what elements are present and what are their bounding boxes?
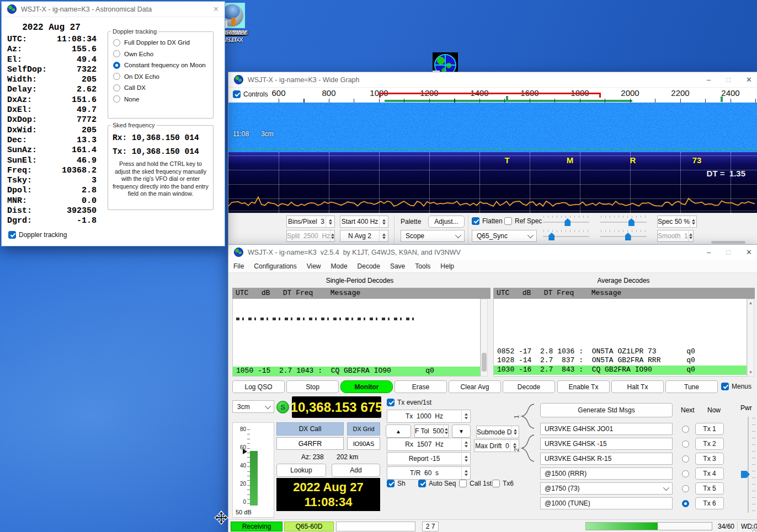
adjust-palette-button[interactable]: Adjust... — [428, 216, 465, 228]
waterfall[interactable]: 11:08 3cm — [228, 103, 757, 152]
tune-button[interactable]: Tune — [665, 380, 718, 393]
ftol-up-button[interactable]: ▲ — [386, 424, 411, 438]
menu-item[interactable]: Tools — [415, 262, 430, 270]
horizontal-scrollbar-thumb[interactable] — [711, 241, 745, 244]
report-spinner[interactable]: Report -15 — [387, 452, 471, 465]
waterfall-gain-slider[interactable] — [542, 214, 590, 227]
close-icon[interactable]: ✕ — [213, 6, 219, 13]
tx-message-field[interactable]: UR3VKE G4HSK JO01 — [540, 423, 673, 435]
close-icon[interactable]: ✕ — [746, 249, 752, 256]
decode-row[interactable]: 0852 -17 2.8 1036 : ON5TA OZ1LPR 73 q0 — [494, 347, 747, 357]
menu-item[interactable]: Configurations — [254, 262, 296, 270]
menu-item[interactable]: Mode — [331, 262, 348, 270]
menu-item[interactable]: Save — [390, 262, 405, 270]
decode-row[interactable]: 1052 -12 2.7 1050 : DL0EF GB2FRA -04 q0 — [233, 376, 480, 377]
start-hz-spinner[interactable]: Start 400 Hz — [340, 216, 388, 228]
single-period-decodes[interactable]: 1050 -15 2.7 1043 : CQ GB2FRA IO90 q0105… — [232, 299, 481, 377]
auto-seq-checkbox[interactable]: Auto Seq — [418, 480, 456, 487]
tx6-checkbox[interactable]: Tx6 — [492, 480, 514, 487]
log-qso-button[interactable]: Log QSO — [232, 380, 285, 393]
generate-std-msgs-button[interactable]: Generate Std Msgs — [540, 403, 673, 417]
doppler-option[interactable]: On DX Echo — [113, 73, 213, 80]
decode-row[interactable]: 1030 -16 2.7 843 : CQ GB2FRA IO90 q0 — [494, 366, 747, 375]
tx-message-field[interactable]: @1500 (RRR) — [540, 467, 673, 480]
doppler-option[interactable]: Call DX — [113, 84, 213, 92]
scrollbar-thumb[interactable] — [482, 353, 487, 372]
spectrum-plot[interactable]: T M R 73 DT = 1.35 — [228, 152, 757, 213]
wide-graph-titlebar[interactable]: WSJT-X - ig-name=K3 - Wide Graph – □ ✕ — [228, 72, 757, 88]
palette-select[interactable]: Scope — [401, 230, 465, 242]
tx-now-button[interactable]: Tx 4 — [695, 467, 724, 480]
dx-call-field[interactable]: G4RFR — [276, 437, 344, 450]
halt-tx-button[interactable]: Halt Tx — [611, 380, 664, 393]
smooth-spinner[interactable]: Smooth 1 — [657, 230, 694, 242]
clear-avg-button[interactable]: Clear Avg — [449, 380, 501, 393]
waterfall-zero-slider[interactable] — [599, 214, 648, 227]
submode-spinner[interactable]: Submode D — [476, 426, 519, 438]
menu-item[interactable]: File — [233, 262, 244, 270]
tr-period-spinner[interactable]: T/R 60 s — [387, 466, 471, 480]
average-decodes[interactable]: 0852 -17 2.8 1036 : ON5TA OZ1LPR 73 q010… — [493, 299, 747, 377]
decode-button[interactable]: Decode — [503, 380, 555, 393]
tx-now-button[interactable]: Tx 2 — [695, 438, 724, 450]
maximize-icon[interactable]: □ — [726, 249, 731, 256]
doppler-tracking-checkbox[interactable]: Doppler tracking — [8, 231, 67, 239]
doppler-option[interactable]: None — [113, 95, 213, 103]
menus-checkbox[interactable]: Menus — [721, 383, 751, 390]
minimize-icon[interactable]: – — [707, 76, 711, 83]
add-button[interactable]: Add — [332, 464, 380, 477]
left-table-scrollbar[interactable] — [481, 299, 488, 377]
stop-button[interactable]: Stop — [286, 380, 339, 393]
decode-row[interactable]: 1050 -15 2.7 1043 : CQ GB2FRA IO90 q0 — [233, 367, 480, 376]
n-avg-spinner[interactable]: N Avg 2 — [340, 230, 388, 242]
enable-tx-button[interactable]: Enable Tx — [557, 380, 610, 393]
menu-item[interactable]: Help — [440, 262, 454, 270]
decode-row[interactable]: 1058 -12 2.8 1444 : DL0EF GB2FRA RRR q0 — [494, 375, 747, 377]
controls-checkbox[interactable]: Controls — [233, 90, 268, 98]
bins-per-pixel-spinner[interactable]: Bins/Pixel 3 — [286, 216, 335, 228]
tx-message-field[interactable]: UR3VKE G4HSK -15 — [540, 438, 673, 450]
ftol-down-button[interactable]: ▼ — [452, 424, 471, 438]
doppler-option[interactable]: Own Echo — [113, 50, 213, 57]
next-radio[interactable] — [682, 440, 689, 448]
tx-message-field[interactable]: @1000 (TUNE) — [540, 497, 673, 509]
monitor-button[interactable]: Monitor — [340, 380, 393, 393]
doppler-option[interactable]: Constant frequency on Moon — [113, 62, 213, 69]
spectrum-gain-slider[interactable] — [542, 229, 590, 241]
tx-message-field[interactable]: @1750 (73) — [540, 482, 673, 495]
waterfall-mode-select[interactable]: Q65_Sync — [472, 230, 537, 242]
menu-item[interactable]: View — [307, 262, 321, 270]
ref-spec-checkbox[interactable]: Ref Spec — [504, 217, 542, 225]
tx-even-checkbox[interactable]: Tx even/1st — [387, 399, 431, 406]
spectrum-zero-slider[interactable] — [599, 229, 648, 241]
next-radio[interactable] — [682, 470, 689, 477]
scroll-down-icon[interactable]: ▼ — [748, 370, 754, 375]
astro-titlebar[interactable]: WSJT-X - ig-name=K3 - Astronomical Data … — [2, 2, 225, 17]
right-table-scrollbar[interactable]: ▲ ▼ — [747, 299, 754, 377]
sh-checkbox[interactable]: Sh — [387, 480, 406, 487]
menu-item[interactable]: Decode — [358, 262, 380, 270]
lookup-button[interactable]: Lookup — [276, 464, 326, 477]
tx-message-field[interactable]: UR3VKE G4HSK R-15 — [540, 453, 673, 465]
tx-now-button[interactable]: Tx 1 — [695, 423, 724, 435]
max-drift-spinner[interactable]: Max Drift 0 — [474, 439, 519, 452]
next-radio[interactable] — [682, 500, 689, 507]
tx-now-button[interactable]: Tx 6 — [695, 497, 724, 509]
erase-button[interactable]: Erase — [395, 380, 447, 393]
frequency-scale[interactable]: Controls 600 800 1000 1200 1400 1600 180… — [228, 88, 757, 103]
split-hz-spinner[interactable]: Split 2500 Hz — [286, 230, 335, 242]
next-radio[interactable] — [682, 426, 689, 433]
minimize-icon[interactable]: – — [707, 249, 711, 256]
tx-now-button[interactable]: Tx 5 — [695, 482, 724, 495]
next-radio[interactable] — [682, 455, 689, 463]
f-tol-spinner[interactable]: F Tol 500 — [414, 424, 449, 438]
next-radio[interactable] — [682, 485, 689, 492]
tx-now-button[interactable]: Tx 3 — [695, 453, 724, 465]
rx-freq-spinner[interactable]: Rx 1507 Hz — [387, 438, 471, 451]
pwr-slider[interactable] — [739, 415, 756, 515]
call-1st-checkbox[interactable]: Call 1st — [459, 480, 492, 487]
doppler-option[interactable]: Full Doppler to DX Grid — [113, 39, 213, 46]
flatten-checkbox[interactable]: Flatten — [472, 217, 503, 225]
close-icon[interactable]: ✕ — [746, 76, 752, 83]
dx-grid-field[interactable]: IO90AS — [347, 437, 380, 450]
